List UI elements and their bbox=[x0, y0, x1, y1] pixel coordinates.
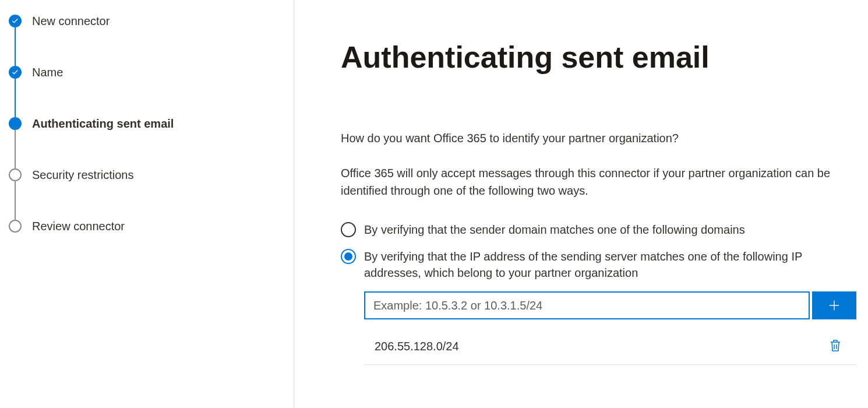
radio-label: By verifying that the sender domain matc… bbox=[364, 221, 745, 238]
main-content: Authenticating sent email How do you wan… bbox=[294, 0, 868, 408]
plus-icon bbox=[828, 299, 841, 312]
page-title: Authenticating sent email bbox=[341, 41, 856, 74]
step-label: Security restrictions bbox=[32, 168, 134, 181]
step-label: New connector bbox=[32, 15, 110, 27]
step-review-connector[interactable]: Review connector bbox=[9, 220, 288, 233]
step-label: Name bbox=[32, 66, 63, 79]
step-label: Authenticating sent email bbox=[32, 117, 174, 130]
upcoming-step-icon bbox=[9, 168, 22, 181]
wizard-steps-sidebar: New connector Name Authenticating sent e… bbox=[0, 0, 294, 408]
ip-address-input[interactable] bbox=[364, 291, 810, 319]
step-name[interactable]: Name bbox=[9, 66, 288, 117]
radio-option-domain[interactable]: By verifying that the sender domain matc… bbox=[341, 221, 856, 238]
trash-icon bbox=[830, 339, 841, 352]
ip-address-list: 206.55.128.0/24 bbox=[364, 331, 856, 365]
step-label: Review connector bbox=[32, 220, 125, 233]
step-authenticating-sent-email[interactable]: Authenticating sent email bbox=[9, 117, 288, 168]
delete-ip-button[interactable] bbox=[827, 337, 844, 356]
step-security-restrictions[interactable]: Security restrictions bbox=[9, 168, 288, 220]
question-text: How do you want Office 365 to identify y… bbox=[341, 129, 856, 147]
radio-selected-dot bbox=[344, 252, 352, 261]
step-new-connector[interactable]: New connector bbox=[9, 15, 288, 66]
radio-icon bbox=[341, 222, 356, 237]
check-icon bbox=[9, 66, 22, 79]
upcoming-step-icon bbox=[9, 220, 22, 233]
description-text: Office 365 will only accept messages thr… bbox=[341, 164, 856, 199]
auth-method-radio-group: By verifying that the sender domain matc… bbox=[341, 221, 856, 281]
check-icon bbox=[9, 15, 22, 27]
ip-input-row bbox=[364, 291, 856, 319]
step-list: New connector Name Authenticating sent e… bbox=[9, 15, 288, 233]
add-ip-button[interactable] bbox=[812, 291, 856, 319]
radio-label: By verifying that the IP address of the … bbox=[364, 248, 856, 281]
step-connector bbox=[15, 181, 16, 220]
ip-list-item: 206.55.128.0/24 bbox=[364, 331, 856, 365]
ip-value: 206.55.128.0/24 bbox=[375, 340, 459, 353]
step-connector bbox=[15, 130, 16, 168]
radio-option-ip[interactable]: By verifying that the IP address of the … bbox=[341, 248, 856, 281]
radio-icon bbox=[341, 249, 356, 264]
step-connector bbox=[15, 27, 16, 66]
step-connector bbox=[15, 79, 16, 117]
current-step-icon bbox=[9, 117, 22, 130]
